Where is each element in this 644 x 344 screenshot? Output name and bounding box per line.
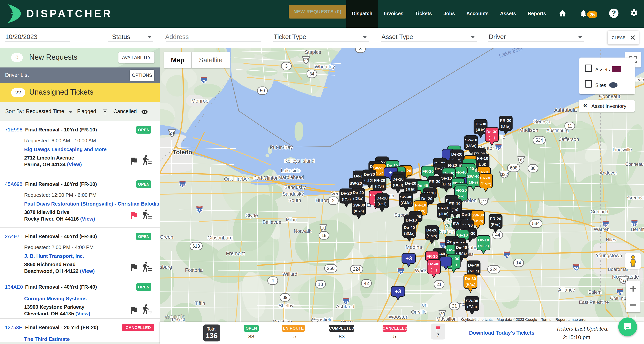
svg-text:FR-30: FR-30	[426, 254, 438, 259]
svg-text:De-30: De-30	[486, 129, 497, 134]
svg-text:(JHe): (JHe)	[476, 128, 486, 132]
svg-text:Tiffin: Tiffin	[195, 300, 205, 306]
svg-text:De-20: De-20	[376, 196, 388, 200]
svg-text:224: 224	[490, 267, 498, 272]
svg-text:322: 322	[501, 172, 508, 177]
svg-text:Niles: Niles	[606, 237, 616, 242]
svg-text:50: 50	[260, 88, 265, 93]
svg-text:(ESp): (ESp)	[478, 162, 488, 166]
svg-text:(JFe): (JFe)	[469, 180, 478, 185]
svg-text:Marblehead: Marblehead	[278, 175, 304, 180]
svg-text:(EAc): (EAc)	[466, 282, 475, 287]
svg-text:(MHa): (MHa)	[478, 244, 489, 248]
svg-text:(JHa): (JHa)	[439, 212, 448, 216]
svg-text:De-20: De-20	[405, 181, 416, 186]
svg-text:SW-30: SW-30	[472, 213, 484, 217]
svg-text:Sandusky: Sandusky	[282, 191, 304, 197]
svg-text:Port Clinton: Port Clinton	[253, 175, 279, 181]
svg-text:534: 534	[536, 138, 543, 143]
svg-text:75: 75	[180, 183, 185, 188]
svg-text:Hermitage: Hermitage	[631, 227, 644, 232]
svg-text:14: 14	[516, 260, 521, 265]
svg-text:Wads: Wads	[415, 268, 427, 273]
svg-text:Lakeside: Lakeside	[281, 168, 300, 173]
svg-text:(MSn): (MSn)	[466, 144, 476, 148]
svg-text:Shelby: Shelby	[278, 303, 294, 308]
svg-text:76: 76	[574, 267, 578, 271]
svg-text:De-10: De-10	[441, 176, 452, 180]
svg-text:90: 90	[496, 146, 501, 150]
svg-text:(TZi): (TZi)	[375, 172, 384, 176]
svg-text:18: 18	[322, 233, 326, 238]
svg-text:376: 376	[616, 291, 623, 295]
svg-text:De-20: De-20	[421, 196, 432, 201]
svg-text:(DBu): (DBu)	[353, 196, 363, 201]
svg-text:Wheatley: Wheatley	[314, 64, 335, 69]
svg-text:Bellevue: Bellevue	[262, 219, 281, 225]
svg-text:TC-30: TC-30	[475, 122, 486, 126]
svg-text:80: 80	[604, 223, 608, 228]
svg-text:Fremont: Fremont	[226, 250, 245, 256]
svg-text:4: 4	[272, 278, 274, 283]
svg-text:24: 24	[170, 131, 174, 135]
svg-text:(---): (---)	[430, 268, 437, 272]
svg-text:De-40: De-40	[417, 183, 428, 188]
svg-text:(MHa): (MHa)	[468, 269, 479, 273]
svg-text:De-40: De-40	[428, 262, 439, 266]
svg-text:(RSi): (RSi)	[378, 202, 386, 206]
svg-text:Medina: Medina	[406, 244, 422, 250]
svg-text:SW-10: SW-10	[465, 138, 477, 142]
svg-text:(KRo): (KRo)	[354, 209, 364, 213]
svg-text:Put-In-Bay: Put-In-Bay	[270, 144, 293, 150]
svg-text:De-40: De-40	[468, 263, 479, 267]
svg-text:East Palestine: East Palestine	[579, 299, 609, 305]
svg-text:77: 77	[304, 58, 308, 62]
svg-text:De-10: De-10	[406, 218, 417, 222]
svg-text:11: 11	[568, 123, 572, 128]
svg-text:De-20: De-20	[341, 191, 352, 195]
svg-text:Linesville: Linesville	[613, 147, 632, 152]
svg-text:Keyboard shortcuts Map data: Keyboard shortcuts Map data ©2023 Google…	[461, 317, 587, 321]
svg-text:Kelleys Island: Kelleys Island	[284, 158, 314, 164]
svg-text:Monroe: Monroe	[191, 98, 208, 104]
svg-text:(RSi): (RSi)	[375, 184, 384, 188]
svg-text:75: 75	[202, 79, 206, 83]
svg-text:De-40: De-40	[404, 225, 415, 230]
svg-text:FR-40: FR-40	[455, 170, 466, 174]
svg-text:608: 608	[510, 165, 518, 170]
svg-text:(DTa): (DTa)	[501, 124, 510, 128]
svg-text:Greenville: Greenville	[627, 195, 644, 200]
svg-text:(RSi): (RSi)	[342, 197, 351, 201]
svg-text:(EAc): (EAc)	[491, 223, 500, 227]
svg-text:Ashtabula: Ashtabula	[554, 107, 577, 113]
svg-text:(DMe): (DMe)	[480, 182, 491, 186]
svg-text:3: 3	[285, 64, 288, 69]
svg-text:Toledo: Toledo	[173, 149, 192, 156]
svg-text:Sandusky: Sandusky	[284, 185, 306, 190]
svg-text:2: 2	[332, 198, 335, 203]
svg-text:irview: irview	[636, 77, 644, 82]
svg-text:FR-20: FR-20	[456, 188, 467, 193]
svg-text:Huron: Huron	[316, 198, 329, 203]
svg-text:(GMa): (GMa)	[401, 201, 412, 205]
svg-text:FR-10: FR-10	[449, 201, 460, 206]
svg-text:Willard: Willard	[282, 271, 297, 277]
svg-text:Google: Google	[165, 313, 185, 320]
svg-text:Green: Green	[160, 234, 173, 240]
svg-text:FR-20: FR-20	[429, 179, 440, 184]
svg-text:De-20: De-20	[426, 228, 437, 232]
svg-text:Madison: Madison	[519, 127, 538, 133]
svg-text:71: 71	[344, 300, 348, 304]
svg-text:6: 6	[520, 157, 522, 162]
svg-text:De-40: De-40	[352, 190, 364, 195]
svg-text:Salem: Salem	[588, 289, 602, 295]
svg-text:South: South	[288, 198, 301, 203]
svg-text:on: on	[422, 302, 428, 308]
svg-text:FR-20: FR-20	[490, 217, 501, 221]
svg-text:(---): (---)	[488, 135, 495, 140]
svg-text:Clyde: Clyde	[246, 213, 258, 218]
svg-text:+3: +3	[395, 288, 401, 294]
svg-text:Orrville: Orrville	[411, 309, 426, 314]
svg-text:(MSn): (MSn)	[472, 219, 483, 223]
svg-text:Fostoria: Fostoria	[185, 267, 202, 273]
